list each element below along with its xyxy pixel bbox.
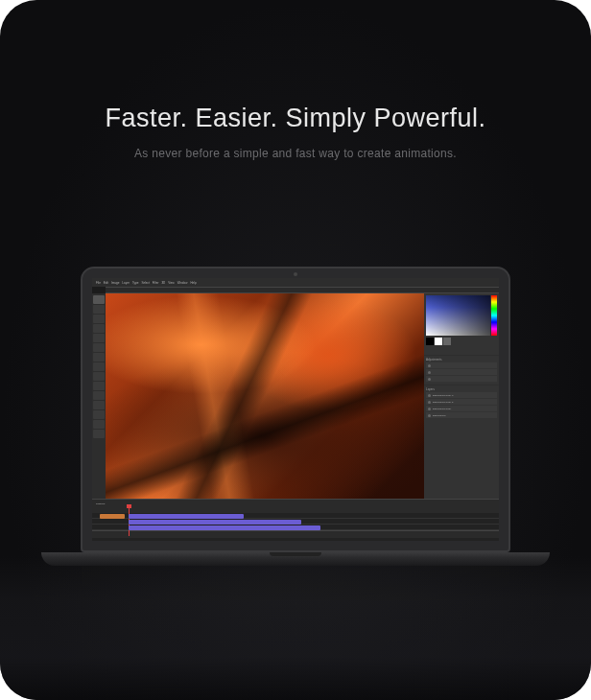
menu-item[interactable]: Filter [153,281,159,285]
menu-bar: File Edit Image Layer Type Select Filter… [92,278,499,287]
timeline-label: Timeline [96,502,105,505]
layer-row[interactable]: Background copy 3 [426,392,497,398]
hue-slider[interactable] [491,295,497,336]
photoshop-app-window: File Edit Image Layer Type Select Filter… [92,278,499,541]
eyedropper-tool-icon[interactable] [93,343,105,352]
laptop-base [41,552,550,566]
swatch[interactable] [435,338,442,345]
panel-title: Adjustments [426,358,497,362]
right-panels: Adjustments Layers Background copy 3 [424,293,499,499]
menu-item[interactable]: Help [190,281,196,285]
text-tool-icon[interactable] [93,401,105,409]
stamp-tool-icon[interactable] [93,362,105,371]
laptop-screen-bezel: File Edit Image Layer Type Select Filter… [81,267,510,552]
panel-title: Layers [426,387,497,391]
timeline-panel: Timeline [92,499,499,541]
swatch[interactable] [426,338,434,345]
adjustment-item[interactable] [426,376,497,382]
subhead: As never before a simple and fast way to… [0,147,591,160]
pen-tool-icon[interactable] [93,391,105,400]
hand-tool-icon[interactable] [93,420,105,429]
menu-item[interactable]: Select [141,281,149,285]
color-field[interactable] [426,295,490,336]
clip[interactable] [129,520,301,525]
adjustment-item[interactable] [426,362,497,368]
layer-row[interactable]: Background [426,412,497,418]
marquee-tool-icon[interactable] [93,305,105,314]
layer-row[interactable]: Background copy 2 [426,399,497,405]
brush-tool-icon[interactable] [93,353,105,362]
layer-name: Background copy 3 [433,394,453,397]
clip[interactable] [129,514,244,519]
headline: Faster. Easier. Simply Powerful. [0,0,591,133]
clip[interactable] [129,525,320,530]
tools-panel [92,293,106,499]
menu-item[interactable]: View [168,281,174,285]
timeline-header: Timeline [92,500,499,507]
timeline-track[interactable] [92,525,499,530]
menu-item[interactable]: Edit [104,281,108,285]
shape-tool-icon[interactable] [93,410,105,419]
zoom-tool-icon[interactable] [93,430,105,438]
color-panel [424,293,499,355]
webcam-dot [294,272,297,276]
visibility-icon[interactable] [428,401,431,404]
menu-item[interactable]: Type [132,281,139,285]
ruler-horizontal[interactable] [106,287,499,293]
layer-name: Background copy 2 [433,401,453,404]
menu-item[interactable]: 3D [161,281,165,285]
canvas-image[interactable] [106,293,424,499]
visibility-icon[interactable] [428,394,431,397]
layer-row[interactable]: Background copy [426,406,497,411]
laptop-mockup: File Edit Image Layer Type Select Filter… [81,267,510,566]
visibility-icon[interactable] [428,408,431,410]
trackpad-notch [270,552,321,556]
crop-tool-icon[interactable] [93,334,105,342]
lasso-tool-icon[interactable] [93,315,105,323]
promo-card: Faster. Easier. Simply Powerful. As neve… [0,0,591,700]
swatch[interactable] [443,338,451,345]
gradient-tool-icon[interactable] [93,382,105,390]
menu-item[interactable]: Image [111,281,119,285]
clip[interactable] [100,514,125,519]
menu-item[interactable]: Window [177,281,188,285]
move-tool-icon[interactable] [93,295,105,304]
adjustment-item[interactable] [426,369,497,375]
adjustments-panel: Adjustments [424,356,499,385]
eraser-tool-icon[interactable] [93,372,105,381]
visibility-icon[interactable] [428,414,431,417]
timeline-controls[interactable] [92,530,499,538]
layers-panel: Layers Background copy 3 Background copy… [424,385,499,499]
layer-name: Background copy [433,408,451,410]
document-canvas-area [106,293,424,499]
wand-tool-icon[interactable] [93,324,105,333]
layer-name: Background [433,414,445,417]
menu-item[interactable]: Layer [122,281,130,285]
menu-item[interactable]: File [96,281,101,285]
